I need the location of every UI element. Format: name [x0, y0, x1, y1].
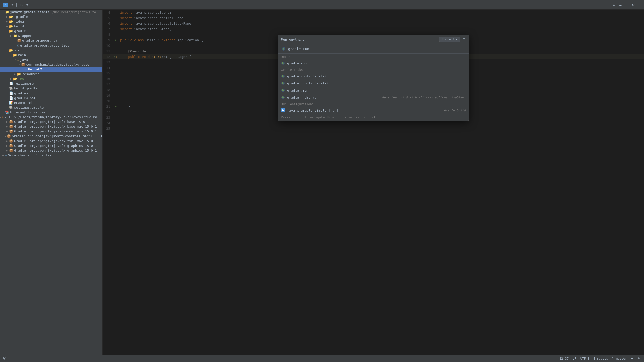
title-dropdown-icon[interactable] [26, 3, 29, 6]
sidebar-item-dep3[interactable]: ▶ 📦 Gradle: org.openjfx:javafx-controls:… [0, 129, 102, 134]
suggestion-desc-javafx-run: Gradle build [444, 109, 466, 112]
scratches-icon: ✏ [5, 153, 7, 157]
sidebar-item-root[interactable]: ▾ 📁 javafx-gradle-simple ~/Documents/Pro… [0, 10, 102, 14]
sidebar-item-build-gradle[interactable]: 🐘 build.gradle [0, 86, 102, 91]
title-bar-actions: ⊕ ≡ ⊟ ⚙ — [613, 2, 641, 7]
suggestion-config-javafx-run[interactable]: gradle configJavafxRun [278, 73, 469, 80]
sidebar-item-dep6[interactable]: ▶ 📦 Gradle: org.openjfx:javafx-graphics:… [0, 143, 102, 148]
sidebar-item-gradle-wrapper-props[interactable]: ⚙ gradle-wrapper.properties [0, 43, 102, 48]
sidebar-item-dep5[interactable]: ▶ 📦 Gradle: org.openjfx:javafx-fxml:mac:… [0, 139, 102, 143]
sidebar-item-scratches[interactable]: ▶ ✏ Scratches and Consoles [0, 153, 102, 158]
filter-icon[interactable] [462, 37, 466, 42]
folder-icon: 📂 [9, 20, 13, 23]
status-position[interactable]: 12:37 [559, 357, 569, 360]
run-anything-dialog: Run Anything Project [278, 35, 469, 121]
gradle-icon-3 [281, 88, 285, 92]
run-config-icon [281, 108, 285, 112]
gradle-input-icon [281, 46, 286, 51]
suggestion-label-gradle-run: gradle run [287, 61, 466, 65]
dep-icon: 📦 [9, 144, 13, 148]
suggestion-gradle-run-recent[interactable]: gradle run [278, 60, 469, 67]
dep-icon: 📦 [9, 125, 13, 128]
sidebar-item-readme[interactable]: 📝 README.md [0, 100, 102, 105]
dialog-title: Run Anything [281, 38, 305, 41]
gradle-settings-icon: 🐘 [9, 106, 13, 109]
status-vcs-icon[interactable] [3, 357, 6, 360]
props-icon: ⚙ [17, 43, 19, 47]
project-selector[interactable]: Project [439, 37, 460, 42]
gradle-icon-1 [281, 74, 285, 78]
sidebar-item-idea[interactable]: ▶ 📂 .idea [0, 19, 102, 24]
folder-icon: 📂 [13, 77, 17, 81]
svg-rect-26 [631, 358, 633, 359]
status-vcs-branch[interactable]: master [612, 357, 627, 360]
branch-icon [612, 357, 615, 360]
suggestion-label-colon-run: gradle :run [287, 88, 466, 92]
sidebar-item-gradle-wrapper-jar[interactable]: 📦 gradle-wrapper.jar [0, 38, 102, 43]
sidebar-item-dep4[interactable]: ▶ 📦 Gradle: org.openjfx:javafx-controls:… [0, 134, 102, 139]
project-selector-label: Project [441, 38, 454, 41]
branch-name: master [616, 357, 627, 360]
sidebar-item-test[interactable]: ▶ 📂 test [0, 76, 102, 81]
editor-area[interactable]: 4 import javafx.scene.Scene; 5 import ja… [103, 10, 644, 355]
title-action-split[interactable]: ⊟ [626, 2, 628, 7]
svg-point-22 [612, 357, 613, 358]
status-indent[interactable]: 4 spaces [593, 357, 608, 360]
sidebar-item-settings-gradle[interactable]: 🐘 settings.gradle [0, 105, 102, 110]
svg-marker-3 [455, 39, 458, 40]
status-search-icon[interactable] [638, 357, 641, 360]
sidebar-item-java[interactable]: ▾ ☕ java [0, 57, 102, 62]
title-action-minimize[interactable]: — [638, 2, 641, 7]
status-lf[interactable]: LF [573, 357, 576, 360]
suggestion-colon-run[interactable]: gradle :run [278, 87, 469, 94]
sidebar-item-src[interactable]: ▾ 📂 src [0, 48, 102, 53]
dialog-header-actions: Project [439, 37, 466, 42]
suggestion-label-colon-config: gradle :configJavafxRun [287, 81, 466, 85]
folder-icon: 📂 [17, 72, 21, 76]
gradle-file-icon: 🐘 [9, 86, 13, 90]
sidebar-item-gradle-folder[interactable]: ▾ 📂 gradle [0, 29, 102, 33]
jar-icon: 📦 [17, 39, 21, 42]
sidebar-item-package[interactable]: ▾ 📦 com.mechanitis.demo.javafxgradle [0, 62, 102, 67]
title-action-layout[interactable]: ≡ [619, 2, 622, 7]
status-lock-icon[interactable] [631, 357, 634, 360]
suggestion-desc-dry-run: Runs the build with all task actions dis… [382, 96, 466, 99]
recent-section-label: Recent [278, 54, 469, 60]
run-anything-input[interactable] [288, 47, 466, 51]
dialog-header: Run Anything Project [278, 35, 469, 44]
gitignore-icon: 📄 [9, 82, 13, 85]
dep-icon: 📦 [9, 120, 13, 124]
sidebar-item-gradlew[interactable]: 📄 gradlew [0, 91, 102, 96]
suggestion-dry-run[interactable]: gradle --dry-run Runs the build with all… [278, 94, 469, 101]
dialog-footer: Press ↑ or ↓ to navigate through the sug… [278, 114, 469, 121]
main-layout: ▾ 📁 javafx-gradle-simple ~/Documents/Pro… [0, 10, 644, 355]
dep-icon: 📦 [9, 129, 13, 133]
folder-icon: 📂 [9, 29, 13, 33]
sidebar-item-dep1[interactable]: ▶ 📦 Gradle: org.openjfx:javafx-base:15.0… [0, 119, 102, 124]
title-action-settings[interactable]: ⚙ [632, 2, 635, 7]
sidebar-item-dep7[interactable]: ▶ 📦 Gradle: org.openjfx:javafx-graphics:… [0, 148, 102, 153]
folder-icon: 📂 [13, 53, 17, 57]
sidebar-item-resources[interactable]: ▶ 📂 resources [0, 72, 102, 76]
sidebar-item-jdk[interactable]: ▶ ☕ < 15 > /Users/trisha/Library/Java/Ja… [0, 115, 102, 119]
sidebar-item-gitignore[interactable]: 📄 .gitignore [0, 81, 102, 86]
footer-text: Press ↑ or ↓ to navigate through the sug… [281, 116, 376, 119]
suggestion-config-javafx-run-2[interactable]: gradle :configJavafxRun [278, 80, 469, 87]
run-configs-section-label: Run Configurations [278, 101, 469, 107]
sidebar-item-hellofx[interactable]: ☕ HelloFX [0, 67, 102, 72]
sidebar-item-gradlew-bat[interactable]: 📄 gradlew.bat [0, 96, 102, 100]
title-action-build[interactable]: ⊕ [613, 2, 615, 7]
sidebar-item-gradle-hidden[interactable]: ▶ 📂 .gradle [0, 14, 102, 19]
gradle-icon-recent [281, 61, 285, 65]
sidebar-item-external-libs[interactable]: ▾ 📚 External Libraries [0, 110, 102, 115]
sidebar-item-wrapper[interactable]: ▶ 📁 wrapper [0, 33, 102, 38]
dep-icon: 📦 [7, 134, 11, 138]
sidebar-item-dep2[interactable]: ▶ 📦 Gradle: org.openjfx:javafx-base:mac:… [0, 124, 102, 129]
gradle-icon-2 [281, 81, 285, 85]
gradle-tasks-section-label: Gradle Tasks [278, 67, 469, 73]
sidebar-item-build[interactable]: ▶ 📂 build [0, 24, 102, 29]
status-charset[interactable]: UTF-8 [580, 357, 589, 360]
svg-text:P: P [5, 4, 6, 6]
sidebar-item-main[interactable]: ▾ 📂 main [0, 53, 102, 57]
suggestion-javafx-run-config[interactable]: javafx-gradle-simple [run] Gradle build [278, 107, 469, 114]
